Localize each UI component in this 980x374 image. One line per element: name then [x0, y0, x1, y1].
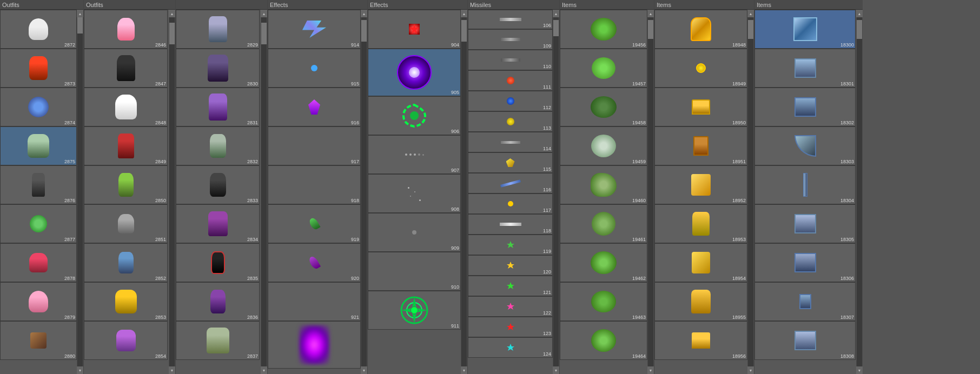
- outfit-cell-2880[interactable]: 2880: [0, 321, 77, 360]
- outfit-cell-2877[interactable]: 2877: [0, 204, 77, 243]
- missile-cell-106[interactable]: 106: [468, 10, 553, 29]
- item-cell-18301[interactable]: 18301: [754, 49, 856, 88]
- item-cell-18949[interactable]: 18949: [654, 49, 747, 88]
- outfit-cell-2835[interactable]: 2835: [176, 243, 260, 282]
- outfit-cell-2846[interactable]: 2846: [84, 10, 168, 49]
- outfit-cell-2848[interactable]: 2848: [84, 88, 168, 126]
- outfits-1-scroll-track[interactable]: [77, 17, 83, 366]
- outfits-2-scroll-track[interactable]: [169, 17, 175, 366]
- missile-cell-119[interactable]: 119: [468, 235, 553, 255]
- missiles-scroll-up[interactable]: ▲: [553, 10, 559, 17]
- outfit-cell-2853[interactable]: 2853: [84, 282, 168, 321]
- missiles-scroll-down[interactable]: ▼: [553, 366, 559, 374]
- missile-cell-118[interactable]: 118: [468, 214, 553, 235]
- missile-cell-115[interactable]: 115: [468, 152, 553, 173]
- outfits-2-scroll-down[interactable]: ▼: [169, 366, 175, 374]
- missile-cell-109[interactable]: 109: [468, 29, 553, 50]
- item-cell-18308[interactable]: 18308: [754, 321, 856, 360]
- missile-cell-122[interactable]: 122: [468, 296, 553, 317]
- outfits-1-scroll-up[interactable]: ▲: [77, 10, 83, 17]
- effect-cell-905[interactable]: 905: [368, 49, 461, 96]
- outfit-cell-2836[interactable]: 2836: [176, 282, 260, 321]
- item-cell-19458[interactable]: 19458: [560, 88, 647, 126]
- item-cell-19456[interactable]: 19456: [560, 10, 647, 49]
- item-cell-19457[interactable]: 19457: [560, 49, 647, 88]
- items-1-scroll-up[interactable]: ▲: [647, 10, 654, 17]
- effect-cell-915[interactable]: 915: [268, 49, 361, 88]
- effect-cell-914[interactable]: 914: [268, 10, 361, 49]
- outfit-cell-2830[interactable]: 2830: [176, 49, 260, 88]
- effect-cell-918[interactable]: 918: [268, 165, 361, 204]
- outfit-cell-2852[interactable]: 2852: [84, 243, 168, 282]
- items-3-scroll-down[interactable]: ▼: [856, 366, 863, 374]
- effect-cell-907[interactable]: 907: [368, 135, 461, 174]
- effect-cell-904[interactable]: 904: [368, 10, 461, 49]
- item-cell-19462[interactable]: 19462: [560, 243, 647, 282]
- outfit-cell-2829[interactable]: 2829: [176, 10, 260, 49]
- effects-1-scroll-track[interactable]: [361, 17, 367, 366]
- outfit-cell-2849[interactable]: 2849: [84, 126, 168, 165]
- item-cell-18302[interactable]: 18302: [754, 88, 856, 126]
- missile-cell-110[interactable]: 110: [468, 50, 553, 70]
- effects-2-scroll-down[interactable]: ▼: [461, 366, 467, 374]
- item-cell-18954[interactable]: 18954: [654, 243, 747, 282]
- missile-cell-116[interactable]: 116: [468, 173, 553, 193]
- outfit-cell-2833[interactable]: 2833: [176, 165, 260, 204]
- outfits-3-scroll-track[interactable]: [261, 17, 267, 366]
- item-cell-18303[interactable]: 18303: [754, 126, 856, 165]
- effects-1-scroll-up[interactable]: ▲: [361, 10, 367, 17]
- missile-cell-124[interactable]: 124: [468, 337, 553, 358]
- effect-cell-911[interactable]: 911: [368, 291, 461, 330]
- item-cell-19459[interactable]: 19459: [560, 126, 647, 165]
- missile-cell-113[interactable]: 113: [468, 111, 553, 132]
- outfits-1-scroll-down[interactable]: ▼: [77, 366, 83, 374]
- item-cell-18306[interactable]: 18306: [754, 243, 856, 282]
- outfit-cell-2851[interactable]: 2851: [84, 204, 168, 243]
- outfits-2-scroll-up[interactable]: ▲: [169, 10, 175, 17]
- missile-cell-120[interactable]: 120: [468, 255, 553, 276]
- outfit-cell-2837[interactable]: 2837: [176, 321, 260, 360]
- items-2-scroll-track[interactable]: [748, 17, 753, 366]
- effect-cell-906[interactable]: 906: [368, 96, 461, 135]
- effect-cell-921[interactable]: 921: [268, 282, 361, 321]
- outfit-cell-2879[interactable]: 2879: [0, 282, 77, 321]
- outfit-cell-2847[interactable]: 2847: [84, 49, 168, 88]
- item-cell-18304[interactable]: 18304: [754, 165, 856, 204]
- items-1-scroll-down[interactable]: ▼: [647, 366, 654, 374]
- outfit-cell-2850[interactable]: 2850: [84, 165, 168, 204]
- missile-cell-121[interactable]: 121: [468, 276, 553, 296]
- outfit-cell-2875[interactable]: 2875: [0, 126, 77, 165]
- effect-cell-916[interactable]: 916: [268, 88, 361, 126]
- missiles-scroll-track[interactable]: [553, 17, 559, 366]
- items-3-scroll-track[interactable]: [857, 17, 862, 366]
- outfit-cell-2872[interactable]: 2872: [0, 10, 77, 49]
- outfit-cell-2854[interactable]: 2854: [84, 321, 168, 360]
- missile-cell-123[interactable]: 123: [468, 317, 553, 337]
- items-2-scroll-down[interactable]: ▼: [747, 366, 754, 374]
- outfits-3-scroll-down[interactable]: ▼: [261, 366, 267, 374]
- item-cell-18307[interactable]: 18307: [754, 282, 856, 321]
- effects-2-scroll-track[interactable]: [461, 17, 467, 366]
- item-cell-18948[interactable]: 18948: [654, 10, 747, 49]
- item-cell-19464[interactable]: 19464: [560, 321, 647, 360]
- item-cell-19460[interactable]: 19460: [560, 165, 647, 204]
- item-cell-19463[interactable]: 19463: [560, 282, 647, 321]
- missile-cell-111[interactable]: 111: [468, 70, 553, 91]
- item-cell-18956[interactable]: 18956: [654, 321, 747, 360]
- item-cell-18952[interactable]: 18952: [654, 165, 747, 204]
- effects-2-scroll-up[interactable]: ▲: [461, 10, 467, 17]
- item-cell-18305[interactable]: 18305: [754, 204, 856, 243]
- effect-cell-908[interactable]: 908: [368, 174, 461, 213]
- outfit-cell-2874[interactable]: 2874: [0, 88, 77, 126]
- outfit-cell-2873[interactable]: 2873: [0, 49, 77, 88]
- outfit-cell-2832[interactable]: 2832: [176, 126, 260, 165]
- missile-cell-112[interactable]: 112: [468, 91, 553, 111]
- effect-cell-920[interactable]: 920: [268, 243, 361, 282]
- outfit-cell-2876[interactable]: 2876: [0, 165, 77, 204]
- effects-1-scroll-down[interactable]: ▼: [361, 366, 367, 374]
- effect-cell-909[interactable]: 909: [368, 213, 461, 252]
- item-cell-18951[interactable]: 18951: [654, 126, 747, 165]
- outfit-cell-2878[interactable]: 2878: [0, 243, 77, 282]
- missile-cell-117[interactable]: 117: [468, 193, 553, 214]
- missile-cell-114[interactable]: 114: [468, 132, 553, 152]
